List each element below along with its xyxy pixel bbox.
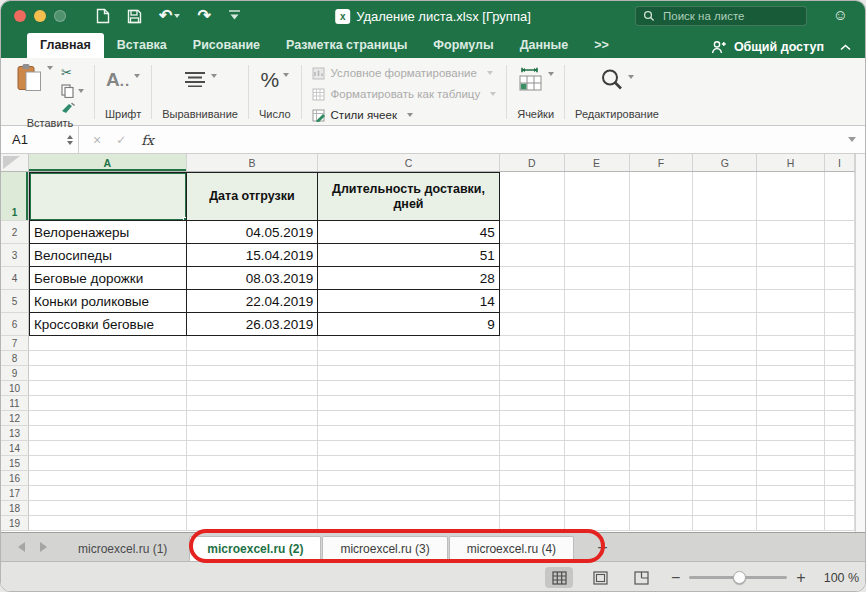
formula-bar-expand-icon[interactable] bbox=[848, 126, 865, 153]
cell-B10[interactable] bbox=[187, 381, 319, 396]
paste-button[interactable] bbox=[16, 63, 53, 93]
cell-I8[interactable] bbox=[825, 351, 855, 366]
cell-E13[interactable] bbox=[565, 426, 630, 441]
cell-C5[interactable]: 14 bbox=[318, 290, 500, 313]
cell-E1[interactable] bbox=[565, 172, 630, 221]
alignment-button[interactable] bbox=[183, 63, 217, 108]
cell-D13[interactable] bbox=[500, 426, 565, 441]
normal-view-button[interactable] bbox=[545, 567, 573, 588]
cell-G14[interactable] bbox=[693, 441, 757, 456]
cell-E14[interactable] bbox=[565, 441, 630, 456]
cell-A14[interactable] bbox=[29, 441, 187, 456]
cell-C8[interactable] bbox=[318, 351, 500, 366]
font-button[interactable]: A.. bbox=[106, 63, 140, 108]
cell-F9[interactable] bbox=[630, 366, 694, 381]
cell-C12[interactable] bbox=[318, 411, 500, 426]
cell-F1[interactable] bbox=[630, 172, 694, 221]
cell-A8[interactable] bbox=[29, 351, 187, 366]
cell-H8[interactable] bbox=[757, 351, 825, 366]
zoom-out-icon[interactable]: − bbox=[671, 570, 680, 586]
cell-D8[interactable] bbox=[500, 351, 565, 366]
cell-D16[interactable] bbox=[500, 471, 565, 486]
cell-D15[interactable] bbox=[500, 456, 565, 471]
name-box-spinner[interactable] bbox=[67, 135, 73, 145]
cell-A16[interactable] bbox=[29, 471, 187, 486]
cell-C9[interactable] bbox=[318, 366, 500, 381]
cell-E10[interactable] bbox=[565, 381, 630, 396]
cell-A9[interactable] bbox=[29, 366, 187, 381]
cell-B17[interactable] bbox=[187, 486, 319, 501]
collapse-ribbon-icon[interactable] bbox=[840, 44, 851, 51]
row-header-8[interactable]: 8 bbox=[1, 351, 29, 366]
cell-H11[interactable] bbox=[757, 396, 825, 411]
cell-I7[interactable] bbox=[825, 336, 855, 351]
cell-F17[interactable] bbox=[630, 486, 694, 501]
cell-D1[interactable] bbox=[500, 172, 565, 221]
cell-H14[interactable] bbox=[757, 441, 825, 456]
cell-B2[interactable]: 04.05.2019 bbox=[187, 221, 319, 244]
cell-F11[interactable] bbox=[630, 396, 694, 411]
cell-E15[interactable] bbox=[565, 456, 630, 471]
cell-D10[interactable] bbox=[500, 381, 565, 396]
cell-C1[interactable]: Длительность доставки, дней bbox=[318, 172, 500, 221]
cell-D7[interactable] bbox=[500, 336, 565, 351]
row-header-5[interactable]: 5 bbox=[1, 290, 29, 313]
cell-D5[interactable] bbox=[500, 290, 565, 313]
cell-E8[interactable] bbox=[565, 351, 630, 366]
add-sheet-button[interactable]: + bbox=[589, 536, 616, 561]
row-header-17[interactable]: 17 bbox=[1, 486, 29, 501]
cell-F15[interactable] bbox=[630, 456, 694, 471]
select-all-corner[interactable] bbox=[1, 154, 29, 171]
cell-G1[interactable] bbox=[693, 172, 757, 221]
cell-C6[interactable]: 9 bbox=[318, 313, 500, 336]
cell-E11[interactable] bbox=[565, 396, 630, 411]
cell-C4[interactable]: 28 bbox=[318, 267, 500, 290]
cell-B14[interactable] bbox=[187, 441, 319, 456]
tab-draw[interactable]: Рисование bbox=[180, 33, 273, 58]
cell-C11[interactable] bbox=[318, 396, 500, 411]
sheet-tab-4[interactable]: microexcel.ru (4) bbox=[449, 536, 574, 561]
copy-button[interactable] bbox=[61, 82, 84, 99]
cell-I18[interactable] bbox=[825, 501, 855, 516]
cell-H10[interactable] bbox=[757, 381, 825, 396]
fullscreen-button[interactable] bbox=[54, 10, 66, 22]
cell-C15[interactable] bbox=[318, 456, 500, 471]
row-header-7[interactable]: 7 bbox=[1, 336, 29, 351]
feedback-smiley-icon[interactable]: ☺ bbox=[833, 6, 851, 23]
cell-C10[interactable] bbox=[318, 381, 500, 396]
cell-G4[interactable] bbox=[693, 267, 757, 290]
cell-E12[interactable] bbox=[565, 411, 630, 426]
share-button[interactable]: Общий доступ bbox=[711, 40, 851, 54]
row-header-10[interactable]: 10 bbox=[1, 381, 29, 396]
row-header-2[interactable]: 2 bbox=[1, 221, 29, 244]
cell-G17[interactable] bbox=[693, 486, 757, 501]
cell-F7[interactable] bbox=[630, 336, 694, 351]
cell-H2[interactable] bbox=[757, 221, 825, 244]
page-break-view-button[interactable] bbox=[627, 567, 655, 588]
cell-B1[interactable]: Дата отгрузки bbox=[187, 172, 319, 221]
tab-data[interactable]: Данные bbox=[507, 33, 582, 58]
cell-A12[interactable] bbox=[29, 411, 187, 426]
cell-B12[interactable] bbox=[187, 411, 319, 426]
cell-H6[interactable] bbox=[757, 313, 825, 336]
save-icon[interactable] bbox=[127, 9, 142, 24]
editing-button[interactable] bbox=[600, 63, 634, 108]
cell-F3[interactable] bbox=[630, 244, 694, 267]
cell-G2[interactable] bbox=[693, 221, 757, 244]
cell-E5[interactable] bbox=[565, 290, 630, 313]
cell-G18[interactable] bbox=[693, 501, 757, 516]
row-header-14[interactable]: 14 bbox=[1, 441, 29, 456]
column-header-G[interactable]: G bbox=[693, 154, 757, 171]
cell-E18[interactable] bbox=[565, 501, 630, 516]
cell-A17[interactable] bbox=[29, 486, 187, 501]
cell-B11[interactable] bbox=[187, 396, 319, 411]
cell-I6[interactable] bbox=[825, 313, 855, 336]
formula-input[interactable] bbox=[168, 126, 848, 153]
cell-B15[interactable] bbox=[187, 456, 319, 471]
zoom-slider[interactable] bbox=[689, 576, 787, 579]
cell-A7[interactable] bbox=[29, 336, 187, 351]
cell-H12[interactable] bbox=[757, 411, 825, 426]
tab-insert[interactable]: Вставка bbox=[104, 33, 180, 58]
column-header-I[interactable]: I bbox=[825, 154, 855, 171]
tab-overflow-chevron[interactable]: >> bbox=[581, 33, 622, 58]
